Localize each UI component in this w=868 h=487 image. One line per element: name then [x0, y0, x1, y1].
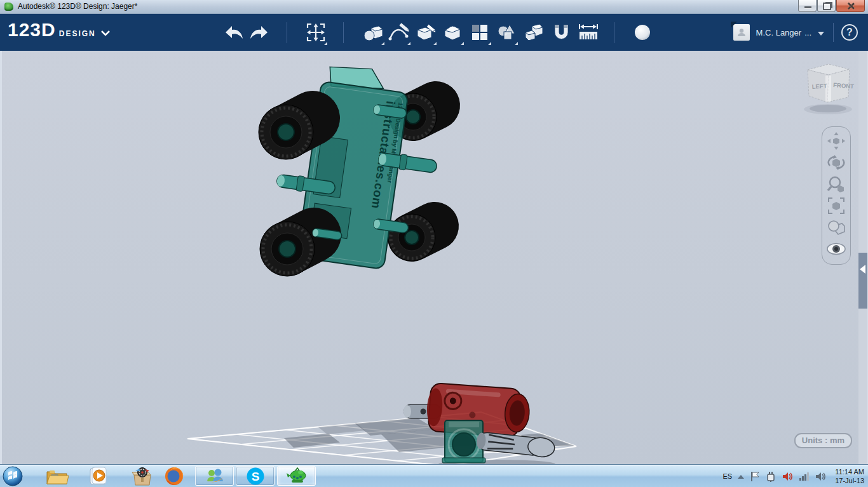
user-name-ellipsis: ...: [804, 28, 811, 37]
apps-box-icon: [132, 467, 153, 486]
sketch-button[interactable]: [386, 18, 412, 47]
zoom-icon: [827, 175, 846, 194]
start-button[interactable]: [3, 466, 23, 487]
pattern-icon: [470, 23, 489, 42]
help-button[interactable]: ?: [841, 24, 858, 41]
user-menu-caret-icon[interactable]: [818, 32, 824, 36]
eye-icon: [826, 241, 846, 257]
scene-graphics: LEFT FRONT: [0, 51, 868, 464]
panel-handle[interactable]: [858, 253, 867, 309]
restore-button[interactable]: [817, 0, 836, 12]
toolbar-separator: [614, 22, 614, 43]
volume-icon[interactable]: [815, 471, 827, 482]
clock[interactable]: 11:14 AM 17-Jul-13: [835, 467, 864, 486]
taskbar-media-player-button[interactable]: [88, 467, 107, 487]
user-avatar[interactable]: [733, 24, 750, 41]
modify-icon: [442, 22, 463, 43]
logo-design: DESIGN: [59, 29, 96, 38]
media-player-icon: [88, 467, 107, 486]
view-cube[interactable]: LEFT FRONT: [804, 64, 854, 114]
clock-time: 11:14 AM: [835, 467, 864, 476]
taskbar: S ES 11:14 AM 17-Jul-13: [0, 464, 868, 487]
grouping-icon: [523, 22, 545, 43]
messenger-icon: [204, 467, 226, 485]
taskbar-messenger-button[interactable]: [195, 466, 234, 486]
combine-icon: [496, 22, 517, 43]
taskbar-123d-apps-button[interactable]: [132, 467, 153, 487]
taskbar-123d-design-button[interactable]: [277, 466, 316, 486]
undo-icon: [222, 23, 244, 42]
units-badge[interactable]: Units : mm: [794, 433, 852, 448]
windows-start-icon: [3, 466, 23, 486]
shading-button[interactable]: [826, 217, 846, 237]
user-name[interactable]: M.C. Langer: [756, 28, 802, 37]
fit-view-button[interactable]: [826, 196, 846, 215]
primitives-icon: [362, 22, 384, 43]
modify-button[interactable]: [439, 18, 466, 47]
snap-icon: [551, 22, 571, 43]
toolbar-separator: [287, 22, 287, 43]
viewcube-left-label[interactable]: LEFT: [811, 82, 827, 90]
language-indicator[interactable]: ES: [722, 472, 732, 481]
hidden-icons-arrow-icon[interactable]: [738, 475, 744, 479]
material-sphere-icon: [632, 22, 653, 43]
model-blaster[interactable]: [403, 383, 555, 464]
pan-icon: [827, 131, 846, 150]
orbit-icon: [827, 153, 846, 172]
model-vehicle[interactable]: instructables.com 123D Design by M.C. La…: [259, 62, 438, 276]
shading-icon: [827, 218, 846, 237]
redo-button[interactable]: [247, 18, 273, 47]
construct-button[interactable]: [412, 18, 438, 47]
viewport-3d[interactable]: LEFT FRONT: [0, 51, 868, 464]
app-icon: [4, 3, 13, 11]
taskbar-explorer-button[interactable]: [46, 468, 69, 487]
grouping-button[interactable]: [520, 18, 547, 47]
transform-button[interactable]: [302, 18, 329, 47]
minimize-button[interactable]: [798, 0, 817, 12]
help-glyph: ?: [846, 27, 853, 38]
app-menu[interactable]: 123D DESIGN: [8, 19, 110, 41]
measure-icon: [577, 22, 600, 43]
orbit-button[interactable]: [826, 152, 846, 172]
sketch-icon: [388, 22, 410, 43]
system-tray: ES 11:14 AM 17-Jul-13: [722, 465, 864, 487]
pattern-button[interactable]: [466, 18, 493, 47]
skype-glyph: S: [251, 470, 259, 483]
power-plug-icon[interactable]: [766, 471, 776, 482]
taskbar-firefox-button[interactable]: [164, 466, 184, 487]
logo-123d: 123D: [8, 19, 56, 41]
transform-icon: [305, 22, 327, 43]
undo-button[interactable]: [220, 18, 247, 47]
folder-icon: [46, 468, 69, 485]
viewcube-front-label[interactable]: FRONT: [833, 81, 855, 90]
panel-collapse-arrow-icon[interactable]: [860, 265, 865, 274]
chevron-down-icon: [101, 30, 110, 36]
close-button[interactable]: [836, 0, 865, 12]
network-signal-icon[interactable]: [799, 472, 810, 481]
primitives-button[interactable]: [360, 18, 386, 47]
visibility-button[interactable]: [826, 239, 846, 258]
clock-date: 17-Jul-13: [835, 476, 864, 485]
fit-view-icon: [827, 196, 846, 215]
audio-app-icon[interactable]: [782, 471, 793, 482]
toolbar-separator: [343, 22, 344, 43]
toolbar-separator: [833, 23, 834, 42]
wheel-bottom-left: [260, 222, 315, 276]
combine-button[interactable]: [493, 18, 520, 47]
desktop: Autodesk® 123D® Design: Jaeger* 123D DES…: [0, 0, 868, 487]
main-toolbar: 123D DESIGN: [0, 14, 868, 51]
redo-icon: [249, 23, 271, 42]
wheel-top-left: [259, 105, 313, 159]
material-button[interactable]: [629, 18, 656, 47]
navigation-toolbar: [822, 126, 851, 265]
measure-button[interactable]: [575, 18, 602, 47]
pan-button[interactable]: [826, 131, 846, 150]
action-center-flag-icon[interactable]: [750, 471, 760, 482]
zoom-button[interactable]: [826, 174, 846, 194]
skype-icon: S: [246, 467, 265, 486]
title-bar: Autodesk® 123D® Design: Jaeger*: [0, 0, 868, 14]
person-icon: [736, 27, 747, 37]
snap-button[interactable]: [548, 18, 574, 47]
window-title: Autodesk® 123D® Design: Jaeger*: [18, 2, 137, 11]
taskbar-skype-button[interactable]: S: [236, 466, 275, 486]
